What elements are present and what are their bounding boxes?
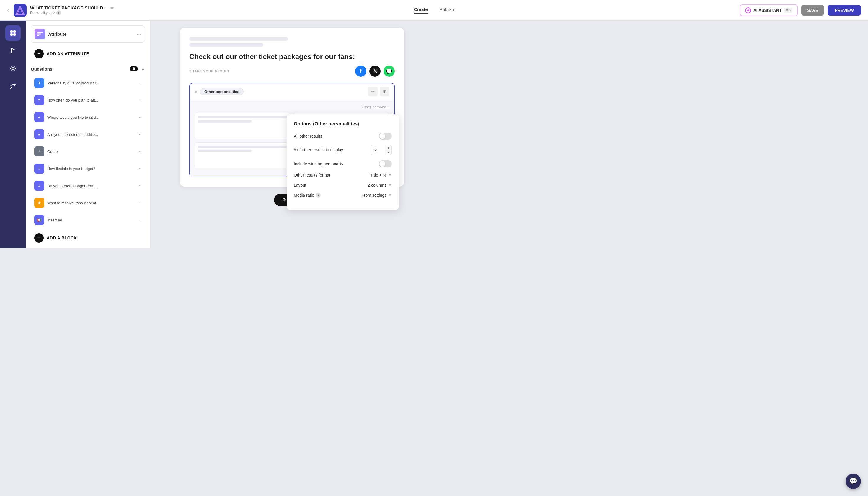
- twitter-share-button[interactable]: 𝕏: [369, 65, 381, 77]
- num-results-field[interactable]: 2: [371, 145, 385, 155]
- num-results-input[interactable]: 2 ▲ ▼: [371, 145, 392, 155]
- other-personalities-section: ⠿ Other personalities ✏ 🗑 Other persona.…: [189, 83, 395, 177]
- question-list-item[interactable]: ≡How flexible is your budget?···: [31, 160, 145, 176]
- sidebar-grid-button[interactable]: [5, 26, 21, 41]
- question-list-item[interactable]: ★Want to receive 'fans-only' of...···: [31, 195, 145, 211]
- question-list-item[interactable]: ≡How often do you plan to att...···: [31, 92, 145, 108]
- info-icon[interactable]: i: [57, 10, 61, 15]
- question-list-item[interactable]: ≡Where would you like to sit d...···: [31, 109, 145, 125]
- top-navigation: ‹ WHAT TICKET PACKAGE SHOULD ... ✏ Perso…: [0, 0, 434, 21]
- inner-section-label: Other persona...: [195, 105, 389, 109]
- op-edit-button[interactable]: ✏: [368, 87, 377, 96]
- svg-rect-5: [13, 30, 16, 33]
- question-badge: T: [34, 78, 44, 88]
- chevron-down-icon-3: ▼: [388, 193, 392, 197]
- grid-icon: [10, 30, 16, 36]
- media-ratio-label: Media ratio i: [294, 193, 361, 198]
- layout-row: Layout 2 columns ▼: [294, 183, 392, 187]
- add-attribute-label: ADD AN ATTRIBUTE: [47, 51, 89, 56]
- question-badge: ≡: [34, 129, 44, 139]
- attribute-label: Attribute: [48, 32, 134, 36]
- drag-handle-icon[interactable]: ⠿: [195, 89, 198, 94]
- whatsapp-share-button[interactable]: 💬: [384, 65, 395, 77]
- app-logo: [14, 4, 27, 17]
- toggle-knob-2: [379, 161, 385, 167]
- question-text: Personality quiz for product r...: [47, 81, 135, 85]
- op-delete-button[interactable]: 🗑: [380, 87, 389, 96]
- question-more-button[interactable]: ···: [138, 200, 141, 205]
- question-badge: ★: [34, 198, 44, 208]
- facebook-share-button[interactable]: f: [355, 65, 367, 77]
- chevron-down-icon-2: ▼: [388, 183, 392, 187]
- media-ratio-dropdown[interactable]: From settings ▼: [361, 193, 392, 198]
- other-results-format-value: Title + %: [371, 173, 386, 177]
- add-block-label: ADD A BLOCK: [47, 236, 77, 240]
- question-more-button[interactable]: ···: [138, 114, 141, 120]
- svg-rect-6: [10, 33, 13, 36]
- question-more-button[interactable]: ···: [138, 132, 141, 137]
- op-section-header: ⠿ Other personalities ✏ 🗑: [190, 83, 394, 100]
- share-icon: [10, 83, 16, 89]
- svg-rect-9: [37, 32, 43, 33]
- sidebar-flag-button[interactable]: [5, 43, 21, 59]
- question-list-item[interactable]: ≡Do you prefer a longer-term ...···: [31, 178, 145, 194]
- question-more-button[interactable]: ···: [138, 80, 141, 86]
- gear-icon: [10, 65, 16, 72]
- share-label: SHARE YOUR RESULT: [189, 69, 355, 73]
- question-list-item[interactable]: 📢Insert ad···: [31, 212, 145, 228]
- num-arrows: ▲ ▼: [385, 145, 392, 155]
- edit-title-icon[interactable]: ✏: [110, 5, 114, 10]
- questions-count: 9: [130, 66, 138, 72]
- other-results-format-row: Other results format Title + % ▼: [294, 173, 392, 177]
- include-winning-toggle[interactable]: [379, 160, 392, 167]
- question-list-item[interactable]: ❝Quote···: [31, 143, 145, 159]
- num-down-arrow[interactable]: ▼: [385, 150, 392, 155]
- layout-dropdown[interactable]: 2 columns ▼: [368, 183, 392, 187]
- media-ratio-row: Media ratio i From settings ▼: [294, 193, 392, 198]
- attribute-more-button[interactable]: ···: [137, 31, 141, 37]
- skeleton-line-1: [189, 37, 288, 41]
- question-badge: ≡: [34, 112, 44, 122]
- grid-card-1: [195, 113, 291, 139]
- media-ratio-info-icon[interactable]: i: [316, 193, 321, 198]
- share-row: SHARE YOUR RESULT f 𝕏 💬: [189, 65, 395, 77]
- question-panel: Attribute ··· + ADD AN ATTRIBUTE Questio…: [26, 21, 150, 248]
- question-more-button[interactable]: ···: [138, 183, 141, 188]
- all-other-results-toggle[interactable]: [379, 133, 392, 140]
- question-list-item[interactable]: TPersonality quiz for product r...···: [31, 75, 145, 91]
- op-tag-label: Other personalities: [200, 88, 244, 95]
- quiz-card: Check out our other ticket packages for …: [180, 28, 404, 187]
- question-more-button[interactable]: ···: [138, 149, 141, 154]
- num-up-arrow[interactable]: ▲: [385, 145, 392, 150]
- grid-card-3: [195, 142, 291, 169]
- attribute-icon: [34, 29, 45, 39]
- add-attribute-button[interactable]: + ADD AN ATTRIBUTE: [31, 46, 145, 61]
- options-panel: Options (Other personalities) All other …: [287, 114, 399, 210]
- sidebar-settings-button[interactable]: [5, 61, 21, 76]
- quiz-title: WHAT TICKET PACKAGE SHOULD ... ✏: [30, 5, 114, 10]
- question-text: How flexible is your budget?: [47, 167, 135, 171]
- question-badge: ≡: [34, 181, 44, 191]
- question-text: Where would you like to sit d...: [47, 115, 135, 120]
- sidebar-share-button[interactable]: [5, 79, 21, 94]
- question-text: How often do you plan to att...: [47, 98, 135, 103]
- attribute-lines-icon: [37, 32, 43, 36]
- question-more-button[interactable]: ···: [138, 217, 141, 222]
- question-badge: 📢: [34, 215, 44, 225]
- layout-label: Layout: [294, 183, 368, 187]
- questions-collapse-button[interactable]: ▲: [141, 66, 145, 71]
- back-chevron[interactable]: ‹: [7, 7, 9, 13]
- attribute-row[interactable]: Attribute ···: [31, 26, 145, 43]
- nav-create[interactable]: Create: [414, 7, 428, 14]
- question-more-button[interactable]: ···: [138, 97, 141, 103]
- other-results-format-dropdown[interactable]: Title + % ▼: [371, 173, 392, 177]
- op-actions: ✏ 🗑: [368, 87, 389, 96]
- logo-area: ‹ WHAT TICKET PACKAGE SHOULD ... ✏ Perso…: [7, 4, 434, 17]
- question-badge: ≡: [34, 95, 44, 105]
- options-panel-title: Options (Other personalities): [294, 121, 392, 127]
- svg-rect-11: [37, 35, 39, 36]
- add-block-button[interactable]: + ADD A BLOCK: [31, 230, 145, 246]
- question-list-item[interactable]: ≡Are you interested in additio...···: [31, 126, 145, 142]
- add-block-circle-icon: +: [34, 233, 44, 243]
- question-more-button[interactable]: ···: [138, 166, 141, 171]
